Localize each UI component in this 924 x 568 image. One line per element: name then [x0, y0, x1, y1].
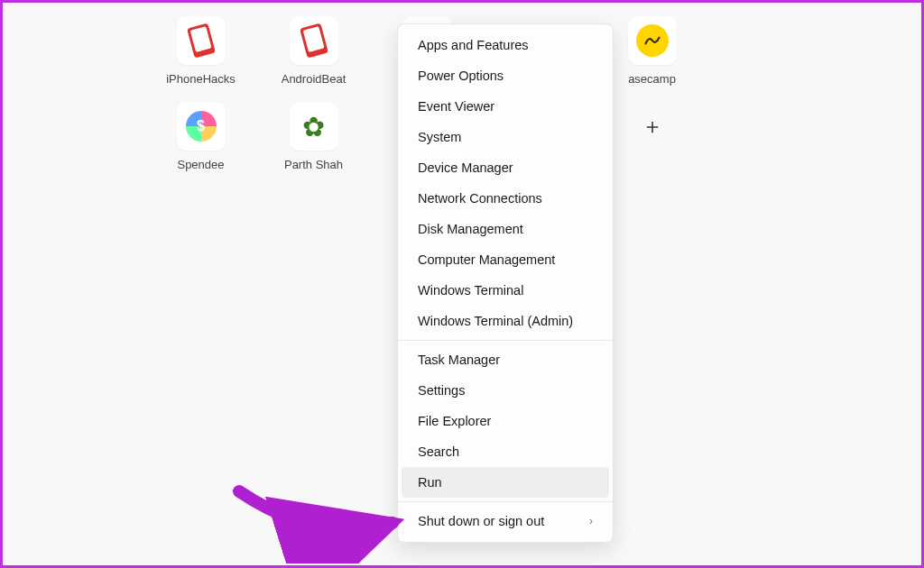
- menu-label: File Explorer: [418, 414, 491, 428]
- menu-device-manager[interactable]: Device Manager: [398, 152, 613, 183]
- app-tile-iphonehacks[interactable]: iPhoneHacks: [144, 16, 257, 86]
- menu-label: Event Viewer: [418, 99, 494, 114]
- menu-settings[interactable]: Settings: [398, 375, 613, 406]
- chevron-right-icon: ›: [589, 515, 593, 527]
- menu-label: Computer Management: [418, 252, 555, 267]
- menu-label: Shut down or sign out: [418, 514, 544, 528]
- menu-file-explorer[interactable]: File Explorer: [398, 406, 613, 436]
- menu-network-connections[interactable]: Network Connections: [398, 183, 613, 214]
- menu-label: Settings: [418, 383, 465, 398]
- app-tile-spendee[interactable]: Spendee: [144, 102, 257, 171]
- app-tile-androidbeat[interactable]: AndroidBeat: [257, 16, 370, 86]
- iphonehacks-icon: [177, 16, 226, 65]
- app-label: AndroidBeat: [282, 72, 346, 86]
- menu-task-manager[interactable]: Task Manager: [398, 344, 613, 375]
- menu-windows-terminal-admin[interactable]: Windows Terminal (Admin): [398, 306, 613, 336]
- plus-icon: ＋: [628, 102, 677, 151]
- leaf-icon: ✿: [290, 102, 338, 151]
- menu-label: Search: [418, 444, 459, 459]
- menu-label: Run: [418, 475, 442, 490]
- app-tile-parth-shah[interactable]: ✿ Parth Shah: [257, 102, 370, 171]
- app-label: iPhoneHacks: [166, 72, 236, 86]
- app-label: Parth Shah: [284, 158, 343, 171]
- annotation-arrow: [230, 482, 411, 563]
- androidbeat-icon: [290, 16, 338, 65]
- menu-apps-and-features[interactable]: Apps and Features: [398, 30, 613, 60]
- app-label: asecamp: [628, 72, 676, 86]
- menu-system[interactable]: System: [398, 122, 613, 152]
- menu-label: System: [418, 130, 461, 144]
- menu-shut-down-or-sign-out[interactable]: Shut down or sign out ›: [398, 506, 613, 536]
- menu-disk-management[interactable]: Disk Management: [398, 214, 613, 244]
- menu-computer-management[interactable]: Computer Management: [398, 244, 613, 275]
- menu-label: Task Manager: [418, 353, 500, 367]
- menu-run[interactable]: Run: [402, 467, 609, 498]
- menu-label: Power Options: [418, 69, 504, 83]
- menu-windows-terminal[interactable]: Windows Terminal: [398, 275, 613, 306]
- winx-context-menu: Apps and Features Power Options Event Vi…: [397, 23, 614, 543]
- menu-label: Network Connections: [418, 191, 542, 206]
- menu-search[interactable]: Search: [398, 436, 613, 467]
- menu-separator: [398, 340, 613, 341]
- menu-label: Apps and Features: [418, 38, 529, 52]
- menu-label: Device Manager: [418, 160, 513, 175]
- menu-power-options[interactable]: Power Options: [398, 60, 613, 91]
- spendee-icon: [177, 102, 226, 151]
- menu-event-viewer[interactable]: Event Viewer: [398, 91, 613, 122]
- app-label: Spendee: [177, 158, 224, 171]
- menu-separator: [398, 501, 613, 502]
- menu-label: Windows Terminal: [418, 283, 523, 298]
- basecamp-icon: [628, 16, 677, 65]
- menu-label: Disk Management: [418, 222, 523, 236]
- menu-label: Windows Terminal (Admin): [418, 314, 573, 328]
